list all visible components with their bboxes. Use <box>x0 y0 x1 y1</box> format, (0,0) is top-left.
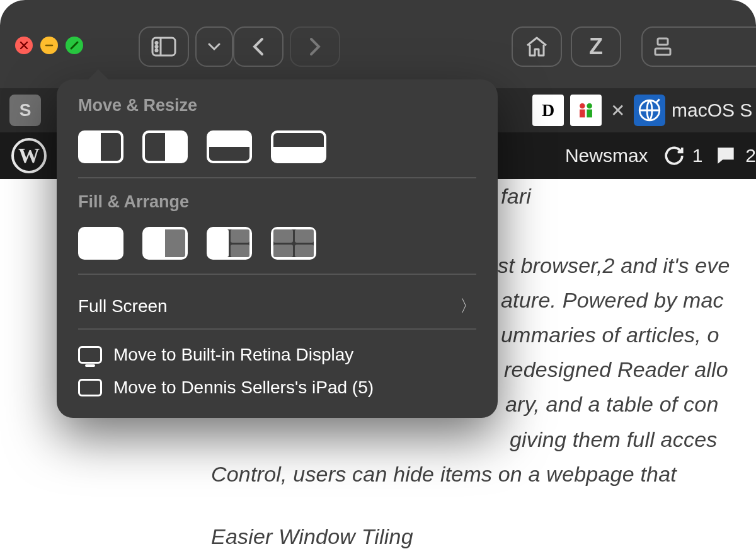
svg-rect-1 <box>580 110 585 118</box>
popover-heading-move-resize: Move & Resize <box>78 96 476 115</box>
tab-close-button[interactable]: ✕ <box>608 100 627 121</box>
popover-heading-fill-arrange: Fill & Arrange <box>78 192 476 212</box>
favorite-icon[interactable] <box>570 95 602 126</box>
favorite-icon[interactable]: S <box>9 95 41 126</box>
svg-point-0 <box>580 103 585 109</box>
back-button[interactable] <box>233 26 284 67</box>
move-resize-row <box>78 130 476 163</box>
window-tiling-popover: Move & Resize Fill & Arrange Full Screen… <box>57 79 498 418</box>
close-icon <box>19 40 29 50</box>
wp-refresh[interactable]: 1 <box>663 145 703 166</box>
chevron-right-icon <box>308 37 322 57</box>
favorite-icon[interactable] <box>634 95 665 126</box>
refresh-icon <box>663 145 685 166</box>
tile-bottom-half[interactable] <box>271 130 326 163</box>
traffic-lights <box>15 37 83 54</box>
sidebar-toggle-button[interactable] <box>139 26 189 67</box>
svg-point-2 <box>587 103 592 109</box>
menu-move-builtin-display[interactable]: Move to Built-in Retina Display <box>78 338 476 371</box>
ipad-icon <box>78 379 102 396</box>
menu-move-ipad[interactable]: Move to Dennis Sellers's iPad (5) <box>78 371 476 404</box>
separator <box>78 328 476 330</box>
tile-left-and-dim-right[interactable] <box>142 227 188 260</box>
fill-arrange-row <box>78 227 476 260</box>
globe-icon <box>636 97 663 124</box>
svg-rect-9 <box>658 38 668 45</box>
sidebar-icon <box>151 37 176 57</box>
website-settings-icon <box>654 37 672 56</box>
window-minimize-button[interactable] <box>40 37 58 54</box>
svg-rect-10 <box>655 49 670 55</box>
wordpress-logo-icon[interactable]: W <box>11 138 47 173</box>
menu-full-screen[interactable]: Full Screen 〉 <box>78 289 476 323</box>
wp-comments[interactable]: 2 <box>714 144 756 168</box>
address-bar[interactable] <box>641 26 756 67</box>
menu-label: Move to Dennis Sellers's iPad (5) <box>113 378 374 398</box>
wp-comment-count: 2 <box>745 145 756 166</box>
tab-title[interactable]: macOS S <box>672 100 752 121</box>
chevron-left-icon <box>251 37 265 57</box>
subheading: Easier Window Tiling <box>211 519 756 549</box>
sidebar-menu-button[interactable] <box>195 26 233 67</box>
home-button[interactable] <box>512 26 562 67</box>
favorite-icon[interactable]: D <box>532 95 564 126</box>
tile-top-half[interactable] <box>207 130 252 163</box>
menu-label: Move to Built-in Retina Display <box>113 345 353 365</box>
separator <box>78 274 476 275</box>
home-icon <box>525 35 549 58</box>
display-icon <box>78 346 102 364</box>
people-icon <box>575 100 597 121</box>
toolbar-right-group: Z <box>512 26 621 67</box>
wp-site-name[interactable]: Newsmax <box>565 145 648 166</box>
text-line: Control, users can hide items on a webpa… <box>211 457 756 492</box>
window-close-button[interactable] <box>15 37 33 54</box>
tile-left-and-quarters[interactable] <box>207 227 252 260</box>
minimize-icon <box>44 40 54 50</box>
forward-button[interactable] <box>290 26 340 67</box>
menu-label: Full Screen <box>78 296 168 316</box>
window-toolbar: Z <box>0 0 756 88</box>
comment-icon <box>714 144 738 168</box>
fullscreen-icon <box>69 40 79 50</box>
svg-point-8 <box>156 49 158 51</box>
window-fullscreen-button[interactable] <box>66 37 83 54</box>
chevron-right-icon: 〉 <box>460 295 476 317</box>
tile-left-half[interactable] <box>78 130 123 163</box>
chevron-down-icon <box>208 42 220 51</box>
z-button[interactable]: Z <box>571 26 621 67</box>
tile-fill-screen[interactable] <box>78 227 123 260</box>
sidebar-button-group <box>139 26 233 67</box>
svg-point-6 <box>156 42 158 43</box>
z-icon: Z <box>589 33 603 60</box>
separator <box>78 177 476 178</box>
text-line: giving them full acces <box>211 422 756 457</box>
tile-quarters[interactable] <box>271 227 316 260</box>
tile-right-half[interactable] <box>142 130 188 163</box>
navigation-buttons <box>233 26 340 67</box>
svg-point-7 <box>156 45 158 47</box>
svg-rect-3 <box>587 110 592 118</box>
wp-refresh-count: 1 <box>692 145 703 166</box>
